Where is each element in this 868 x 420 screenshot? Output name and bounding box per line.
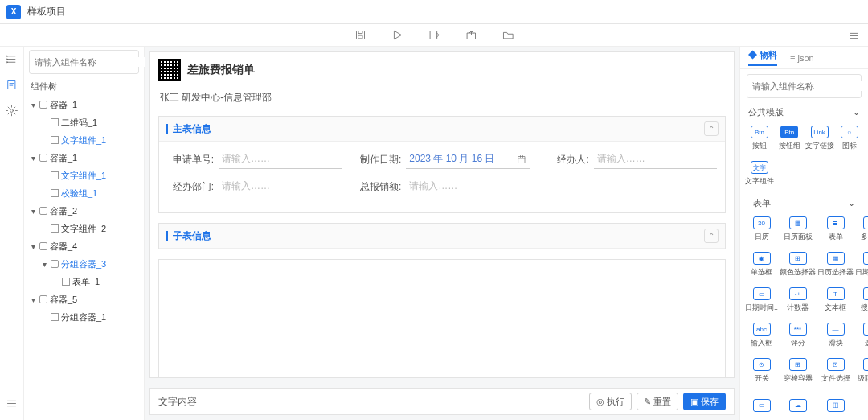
palette-item[interactable]: ☁ bbox=[780, 389, 816, 420]
tree-node[interactable]: 文字组件_2 bbox=[24, 220, 144, 237]
palette-item[interactable]: ○图标 bbox=[836, 121, 864, 155]
palette-item[interactable]: 文字文字组件 bbox=[745, 157, 774, 191]
svg-point-7 bbox=[6, 62, 7, 63]
tree-node[interactable]: ▾容器_2 bbox=[24, 202, 144, 220]
tree-node[interactable]: 校验组_1 bbox=[24, 184, 144, 202]
palette-item[interactable]: ◫ bbox=[817, 389, 854, 420]
palette-item[interactable]: ▭日期时间.. bbox=[745, 283, 778, 317]
tree-node[interactable]: 二维码_1 bbox=[24, 113, 144, 131]
palette-item[interactable]: Btn按钮组 bbox=[776, 121, 804, 155]
chevron-down-icon[interactable]: ⌄ bbox=[848, 198, 855, 208]
palette-item[interactable]: ▦日历面板 bbox=[780, 212, 816, 246]
palette-item[interactable]: ✓多选框 bbox=[855, 212, 868, 246]
collapse-icon[interactable] bbox=[6, 397, 18, 412]
palette-item[interactable]: ≣表单 bbox=[817, 212, 854, 246]
palette-item[interactable]: ⊡文件选择 bbox=[817, 354, 854, 388]
menu-icon[interactable] bbox=[847, 29, 860, 42]
save-button[interactable]: ▣ 保存 bbox=[683, 393, 726, 410]
project-title: 样板项目 bbox=[27, 5, 66, 19]
play-icon[interactable] bbox=[391, 29, 403, 42]
folder-icon[interactable] bbox=[502, 29, 514, 42]
palette-item[interactable]: ⊙开关 bbox=[745, 354, 778, 388]
tree-search[interactable] bbox=[29, 50, 139, 74]
collapse-section-icon[interactable]: ⌃ bbox=[704, 121, 719, 136]
field-dept[interactable]: 请输入…… bbox=[219, 177, 342, 196]
svg-rect-8 bbox=[8, 81, 15, 89]
calendar-icon bbox=[517, 154, 526, 164]
field-total[interactable]: 请输入…… bbox=[406, 177, 529, 196]
toolbar bbox=[0, 24, 868, 47]
palette-item[interactable]: -+计数器 bbox=[780, 283, 816, 317]
section1-title: 主表信息 bbox=[173, 122, 211, 136]
tree-node[interactable]: ▾容器_5 bbox=[24, 290, 144, 308]
palette-item[interactable]: ***评分 bbox=[780, 319, 816, 352]
tree-node[interactable]: ▾容器_4 bbox=[24, 237, 144, 255]
svg-point-6 bbox=[6, 59, 7, 60]
form-subtitle: 张三 研发中心-信息管理部 bbox=[150, 88, 734, 111]
footer-label: 文字内容 bbox=[158, 395, 197, 409]
component-tree: ▾容器_1二维码_1文字组件_1▾容器_1文字组件_1校验组_1▾容器_2文字组… bbox=[24, 96, 144, 420]
collapse-section2-icon[interactable]: ⌃ bbox=[704, 229, 719, 243]
tree-node[interactable]: 表单_1 bbox=[24, 273, 144, 290]
svg-marker-2 bbox=[394, 31, 401, 39]
tree-node[interactable]: ▾容器_1 bbox=[24, 149, 144, 167]
publish-icon[interactable] bbox=[465, 29, 477, 42]
qr-code bbox=[158, 59, 181, 81]
palette-search[interactable] bbox=[747, 74, 862, 98]
subtable-area[interactable] bbox=[158, 259, 726, 377]
palette-item[interactable]: 30日历 bbox=[745, 212, 778, 246]
palette-item[interactable]: ▦日期时间.. bbox=[855, 248, 868, 282]
palette-item[interactable]: Btn按钮 bbox=[745, 121, 774, 155]
palette-item[interactable]: abc输入框 bbox=[745, 319, 778, 352]
side-rail bbox=[0, 47, 24, 420]
palette-item[interactable]: ◉单选框 bbox=[745, 248, 778, 282]
svg-point-9 bbox=[10, 109, 14, 113]
form-title: 差旅费报销单 bbox=[187, 63, 255, 77]
tab-json[interactable]: ≡ json bbox=[790, 53, 814, 63]
section2-title: 子表信息 bbox=[173, 229, 211, 243]
field-date[interactable]: 2023 年 10 月 16 日 bbox=[406, 150, 529, 169]
group2-title: 表单 bbox=[753, 197, 771, 209]
svg-rect-0 bbox=[356, 31, 364, 39]
svg-rect-1 bbox=[358, 35, 362, 39]
palette-item[interactable]: —滑块 bbox=[817, 319, 854, 352]
tree-node[interactable]: ▾分组容器_3 bbox=[24, 255, 144, 273]
svg-rect-11 bbox=[518, 156, 525, 163]
tree-panel-label: 组件树 bbox=[24, 77, 144, 96]
tree-node[interactable]: 文字组件_1 bbox=[24, 131, 144, 149]
settings-icon[interactable] bbox=[6, 105, 18, 119]
app-logo: X bbox=[6, 5, 21, 19]
tree-node[interactable]: 文字组件_1 bbox=[24, 167, 144, 184]
tree-search-input[interactable] bbox=[35, 57, 145, 67]
field-handler[interactable]: 请输入…… bbox=[594, 150, 717, 169]
palette-item[interactable]: ⊞级联选择 bbox=[855, 354, 868, 388]
run-button[interactable]: ◎ 执行 bbox=[589, 393, 632, 410]
group1-title: 公共模版 bbox=[748, 106, 784, 118]
chevron-down-icon[interactable]: ⌄ bbox=[853, 107, 860, 117]
save-icon[interactable] bbox=[354, 29, 366, 42]
palette-item[interactable]: T文本框 bbox=[817, 283, 854, 317]
palette-item[interactable]: ⊞颜色选择器 bbox=[780, 248, 816, 282]
palette-item[interactable]: ▦日历选择器 bbox=[817, 248, 854, 282]
palette-item[interactable]: ▭ bbox=[745, 389, 778, 420]
palette-item[interactable]: ⌕搜索框 bbox=[855, 283, 868, 317]
palette-item[interactable]: ⊙选择 bbox=[855, 319, 868, 352]
tab-material[interactable]: ◆ 物料 bbox=[748, 49, 777, 66]
outline-icon[interactable] bbox=[6, 53, 18, 68]
export-icon[interactable] bbox=[428, 29, 440, 42]
reset-button[interactable]: ✎ 重置 bbox=[637, 393, 678, 410]
field-order-no[interactable]: 请输入…… bbox=[219, 150, 342, 169]
tree-node[interactable]: ▾容器_1 bbox=[24, 96, 144, 113]
palette-item[interactable]: ⊞穿梭容器 bbox=[780, 354, 816, 388]
palette-search-input[interactable] bbox=[752, 81, 863, 91]
tree-node[interactable]: 分组容器_1 bbox=[24, 308, 144, 326]
palette-item[interactable]: Link文字链接 bbox=[805, 121, 834, 155]
page-icon[interactable] bbox=[6, 79, 18, 93]
svg-point-5 bbox=[6, 56, 7, 56]
